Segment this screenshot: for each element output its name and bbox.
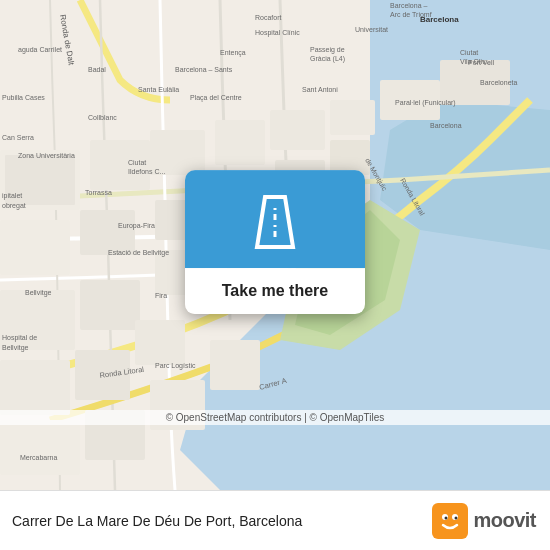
svg-text:Sant Antoni: Sant Antoni [302,86,338,93]
svg-rect-26 [0,420,80,475]
svg-rect-19 [330,100,375,135]
svg-rect-77 [432,503,468,539]
svg-text:Barceloneta: Barceloneta [480,79,517,86]
svg-rect-25 [135,320,185,365]
svg-text:aguda Carrilet: aguda Carrilet [18,46,62,54]
svg-text:Ciutat: Ciutat [128,159,146,166]
svg-text:Can Serra: Can Serra [2,134,34,141]
svg-text:Torrassa: Torrassa [85,189,112,196]
svg-text:Estació de Bellvitge: Estació de Bellvitge [108,249,169,257]
moovit-logo: moovit [432,503,536,539]
map-view: Ronda de Dalt Ronda Litoral Ronda Litora… [0,0,550,490]
svg-text:Plaça del Centre: Plaça del Centre [190,94,242,102]
svg-text:Rocafort: Rocafort [255,14,282,21]
map-attribution: © OpenStreetMap contributors | © OpenMap… [0,410,550,425]
svg-rect-23 [0,360,70,415]
svg-text:Bellvitge: Bellvitge [25,289,52,297]
svg-text:Pubilla Cases: Pubilla Cases [2,94,45,101]
svg-text:Santa Eulàlia: Santa Eulàlia [138,86,179,93]
svg-text:Entença: Entença [220,49,246,57]
svg-rect-15 [215,120,265,165]
svg-text:Hospital Clínic: Hospital Clínic [255,29,300,37]
svg-rect-11 [80,280,140,330]
svg-text:Passeig de: Passeig de [310,46,345,54]
svg-text:Ildefons C...: Ildefons C... [128,168,165,175]
action-card: Take me there [185,170,365,314]
svg-rect-29 [210,340,260,390]
svg-text:Barcelona – Sants: Barcelona – Sants [175,66,233,73]
moovit-brand-text: moovit [473,509,536,532]
svg-text:Ciutat: Ciutat [460,49,478,56]
road-icon [239,192,311,250]
svg-text:Barcelona: Barcelona [430,122,462,129]
svg-text:Bellvitge: Bellvitge [2,344,29,352]
location-address: Carrer De La Mare De Déu De Port, Barcel… [12,513,432,529]
svg-rect-17 [270,110,325,150]
svg-text:Zona Universitària: Zona Universitària [18,152,75,159]
moovit-icon [432,503,468,539]
svg-point-80 [445,516,448,519]
card-header [185,170,365,268]
svg-text:ipitalet: ipitalet [2,192,22,200]
svg-point-81 [455,516,458,519]
svg-text:Fira: Fira [155,292,167,299]
svg-rect-10 [0,290,75,350]
svg-text:Barcelona –: Barcelona – [390,2,427,9]
svg-text:Europa-Fira: Europa-Fira [118,222,155,230]
svg-text:obregat: obregat [2,202,26,210]
svg-text:Parc Logístic: Parc Logístic [155,362,196,370]
svg-text:Gràcia (L4): Gràcia (L4) [310,55,345,63]
svg-text:Port Vell: Port Vell [468,59,495,66]
svg-text:Mercabarna: Mercabarna [20,454,57,461]
svg-text:Paral·lel (Funicular): Paral·lel (Funicular) [395,99,456,107]
svg-text:Collblanc: Collblanc [88,114,117,121]
svg-text:Universitat: Universitat [355,26,388,33]
footer-bar: Carrer De La Mare De Déu De Port, Barcel… [0,490,550,550]
take-me-there-button[interactable]: Take me there [185,268,365,314]
svg-marker-74 [257,197,293,247]
svg-text:Badal: Badal [88,66,106,73]
svg-rect-8 [0,220,70,275]
svg-text:Hospital de: Hospital de [2,334,37,342]
svg-text:Arc de Triomf: Arc de Triomf [390,11,432,18]
